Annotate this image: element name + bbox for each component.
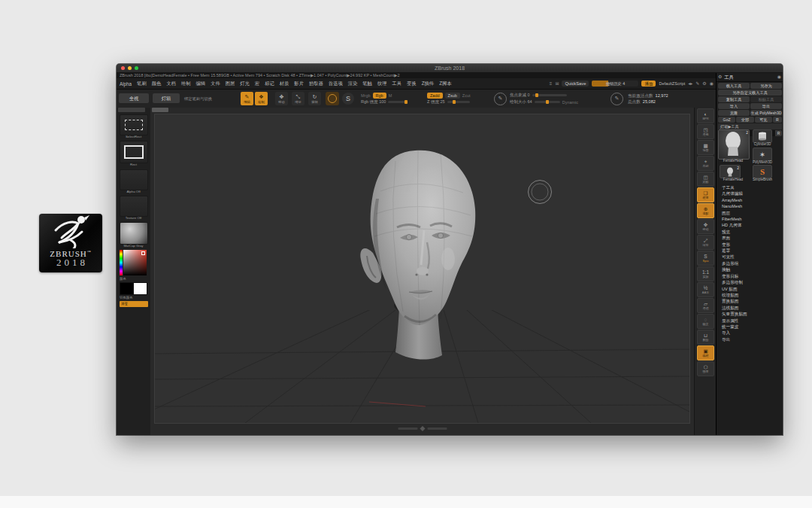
document-viewport[interactable] bbox=[154, 114, 690, 424]
tool-section-10[interactable]: 遮罩 bbox=[717, 248, 783, 254]
menu-item-21[interactable]: Z脚本 bbox=[439, 81, 451, 87]
tool-section-3[interactable]: NanoMesh bbox=[717, 203, 783, 209]
load-tool-button[interactable]: 载入工具 bbox=[718, 83, 750, 89]
m-button[interactable]: M bbox=[389, 93, 392, 98]
import-button[interactable]: 导入 bbox=[718, 103, 750, 109]
edit-mode-button[interactable]: ✎ 编辑 bbox=[241, 92, 253, 105]
sculptris-pro-button[interactable] bbox=[326, 92, 339, 105]
menu-item-13[interactable]: 拾取器 bbox=[309, 81, 323, 87]
tool-section-20[interactable]: 矢量置换贴图 bbox=[717, 311, 783, 317]
tool-section-7[interactable]: 预览 bbox=[717, 229, 783, 235]
current-alpha-thumb[interactable] bbox=[120, 169, 148, 190]
menu-item-16[interactable]: 笔触 bbox=[362, 81, 372, 87]
tool-section-16[interactable]: UV 贴图 bbox=[717, 286, 783, 292]
goz-button[interactable]: GoZ bbox=[718, 117, 735, 123]
tool-section-8[interactable]: 表面 bbox=[717, 235, 783, 241]
menu-item-18[interactable]: 工具 bbox=[392, 81, 402, 87]
mrgb-button[interactable]: Mrgb bbox=[361, 93, 371, 98]
bpr-icon[interactable]: ◐BPR bbox=[697, 108, 714, 123]
solo-icon[interactable]: ⬡独显 bbox=[697, 361, 714, 376]
pen-icon[interactable]: ✎ bbox=[695, 78, 699, 89]
current-material-thumb[interactable] bbox=[120, 222, 148, 245]
tool-section-4[interactable]: 图层 bbox=[717, 210, 783, 216]
menu-item-6[interactable]: 文件 bbox=[211, 81, 220, 87]
fit-icon[interactable]: ⊕适配 bbox=[697, 203, 714, 218]
clone-button[interactable]: 克隆 bbox=[718, 110, 750, 116]
size-radial-icon[interactable]: ✎ bbox=[611, 93, 623, 105]
ghost-icon[interactable]: ◌幽灵 bbox=[697, 314, 714, 329]
move-canvas-icon[interactable]: ✥移动 bbox=[697, 219, 714, 234]
lsym-icon[interactable]: ◫对称 bbox=[697, 172, 714, 187]
color-picker[interactable] bbox=[120, 250, 147, 275]
gear-icon[interactable]: ⚙ bbox=[702, 78, 706, 89]
theme-circle-icon[interactable]: ◉ bbox=[710, 78, 714, 89]
current-texture-thumb[interactable] bbox=[120, 196, 148, 217]
trash-icon[interactable]: ⊔删除 bbox=[697, 330, 714, 345]
cylinder3d-thumb[interactable] bbox=[753, 129, 772, 143]
tool-section-23[interactable]: 导入 bbox=[717, 330, 783, 336]
secondary-color-swatch[interactable] bbox=[133, 282, 147, 295]
prev-next-icon[interactable]: ◂▸ bbox=[688, 78, 692, 89]
zcut-button[interactable]: Zcut bbox=[462, 93, 471, 98]
move-mode-button[interactable]: ✥ 移动 bbox=[275, 92, 288, 105]
current-stroke-thumb[interactable] bbox=[120, 141, 148, 163]
tray-divider-handle[interactable] bbox=[398, 427, 447, 430]
load-custom-tool-button[interactable]: 另存自定义载入工具 bbox=[718, 90, 782, 96]
menu-item-8[interactable]: 灯光 bbox=[240, 81, 250, 87]
menu-item-7[interactable]: 图层 bbox=[226, 81, 235, 87]
menu-item-3[interactable]: 文档 bbox=[166, 81, 176, 87]
active-tool-thumb[interactable]: 2 bbox=[718, 129, 750, 160]
persp-icon[interactable]: ◳透视 bbox=[697, 124, 714, 139]
menu-item-20[interactable]: Z插件 bbox=[422, 81, 434, 87]
goz-visible-button[interactable]: 可见 bbox=[755, 117, 772, 123]
menu-item-1[interactable]: 笔刷 bbox=[137, 81, 147, 87]
focal-shift-slider[interactable] bbox=[532, 94, 567, 96]
tool-section-21[interactable]: 显示属性 bbox=[717, 318, 783, 324]
menu-item-10[interactable]: 标记 bbox=[265, 81, 274, 87]
tool-section-1[interactable]: 几何体编辑 bbox=[717, 190, 783, 196]
tool-section-6[interactable]: HD 几何体 bbox=[717, 222, 783, 228]
femalehead2-thumb[interactable]: 2 bbox=[720, 165, 741, 178]
z-intensity-slider[interactable] bbox=[447, 101, 470, 103]
zsub-button[interactable]: Zsub bbox=[445, 93, 460, 99]
zscript-play-button[interactable]: 播放 bbox=[641, 81, 656, 87]
spix-icon[interactable]: SSpix bbox=[697, 251, 714, 266]
menu-item-12[interactable]: 影片 bbox=[294, 81, 304, 87]
menu-item-4[interactable]: 绘制 bbox=[181, 81, 191, 87]
menu-item-9[interactable]: 宏 bbox=[255, 81, 259, 87]
hue-strip[interactable] bbox=[120, 250, 123, 275]
zadd-button[interactable]: Zadd bbox=[427, 93, 443, 99]
tool-section-2[interactable]: ArrayMesh bbox=[717, 197, 783, 203]
lightbox-button-1[interactable]: 全视 bbox=[119, 93, 149, 103]
canvas-tab[interactable] bbox=[152, 108, 168, 112]
menu-item-17[interactable]: 纹理 bbox=[377, 81, 387, 87]
rgb-intensity-nub[interactable] bbox=[404, 100, 408, 104]
s-mode-button[interactable]: S bbox=[342, 93, 354, 105]
actual-size-icon[interactable]: 1:1实际 bbox=[697, 266, 714, 281]
zoom-canvas-icon[interactable]: ⤢缩放 bbox=[697, 235, 714, 250]
tool-section-11[interactable]: 可见性 bbox=[717, 254, 783, 260]
local-icon[interactable]: ⌖局部 bbox=[697, 156, 714, 171]
tool-section-5[interactable]: FiberMesh bbox=[717, 216, 783, 222]
layout-lines-icon[interactable]: ≡ bbox=[550, 78, 553, 89]
tool-palette-header[interactable]: ⚙ 工具 ◉ bbox=[717, 73, 783, 82]
tool-section-24[interactable]: 导出 bbox=[717, 336, 783, 342]
floor-icon[interactable]: ▦地面 bbox=[697, 140, 714, 155]
tool-section-15[interactable]: 多边形绘制 bbox=[717, 279, 783, 285]
frame-icon[interactable]: ❏框显 bbox=[697, 187, 714, 202]
tool-section-22[interactable]: 统一蒙皮 bbox=[717, 324, 783, 330]
stroke-radial-icon[interactable]: ✎ bbox=[494, 93, 507, 105]
default-zscript-button[interactable]: DefaultZScript bbox=[659, 81, 685, 86]
rgb-intensity-slider[interactable] bbox=[388, 101, 408, 103]
rotate-mode-button[interactable]: ↻ 旋转 bbox=[308, 92, 321, 105]
polyframe-icon[interactable]: ▣线框 bbox=[697, 345, 714, 360]
tray-tab[interactable] bbox=[118, 108, 145, 112]
menu-item-15[interactable]: 渲染 bbox=[348, 81, 358, 87]
export-button[interactable]: 导出 bbox=[750, 103, 782, 109]
rgb-button[interactable]: Rgb bbox=[373, 93, 386, 99]
undo-history-slider[interactable]: 撤销历史 4 bbox=[592, 81, 638, 87]
menu-item-11[interactable]: 材质 bbox=[280, 81, 289, 87]
tool-section-13[interactable]: 接触 bbox=[717, 266, 783, 272]
tool-section-18[interactable]: 置换贴图 bbox=[717, 298, 783, 304]
focal-shift-nub[interactable] bbox=[535, 93, 538, 97]
